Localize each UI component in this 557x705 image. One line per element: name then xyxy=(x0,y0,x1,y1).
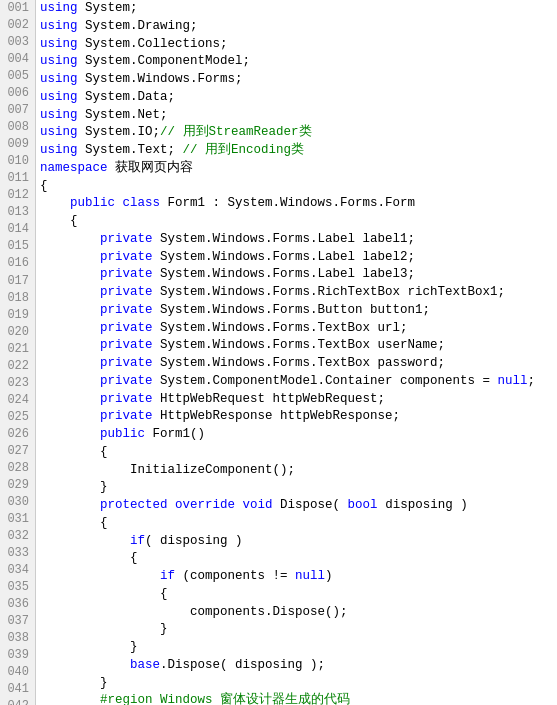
line-number: 037 xyxy=(6,613,29,630)
code-line: { xyxy=(40,444,553,462)
code-segment xyxy=(40,267,100,281)
code-segment: null xyxy=(498,374,528,388)
code-segment: private xyxy=(100,250,153,264)
code-segment: private xyxy=(100,392,153,406)
code-lines[interactable]: using System;using System.Drawing;using … xyxy=(36,0,557,705)
code-line: private System.Windows.Forms.TextBox use… xyxy=(40,337,553,355)
code-segment: using xyxy=(40,37,78,51)
code-line: private HttpWebResponse httpWebResponse; xyxy=(40,408,553,426)
line-number: 018 xyxy=(6,290,29,307)
code-line: InitializeComponent(); xyxy=(40,462,553,480)
line-number: 013 xyxy=(6,204,29,221)
code-segment: public xyxy=(70,196,115,210)
code-line: components.Dispose(); xyxy=(40,604,553,622)
code-segment: components.Dispose(); xyxy=(40,605,348,619)
code-segment: // 用到Encoding类 xyxy=(175,143,304,157)
code-segment: using xyxy=(40,90,78,104)
code-line: private System.ComponentModel.Container … xyxy=(40,373,553,391)
code-line: private System.Windows.Forms.Label label… xyxy=(40,249,553,267)
code-segment: using xyxy=(40,54,78,68)
code-segment: { xyxy=(40,445,108,459)
line-number: 015 xyxy=(6,238,29,255)
code-segment: void xyxy=(243,498,273,512)
line-number: 006 xyxy=(6,85,29,102)
code-line: { xyxy=(40,515,553,533)
code-segment: using xyxy=(40,72,78,86)
code-segment: private xyxy=(100,285,153,299)
code-line: private System.Windows.Forms.TextBox url… xyxy=(40,320,553,338)
line-number: 027 xyxy=(6,443,29,460)
line-number: 033 xyxy=(6,545,29,562)
code-segment: if xyxy=(160,569,175,583)
code-segment: private xyxy=(100,267,153,281)
code-segment: Form1 : System.Windows.Forms.Form xyxy=(160,196,415,210)
code-segment: base xyxy=(130,658,160,672)
code-segment: using xyxy=(40,143,78,157)
code-segment: null xyxy=(295,569,325,583)
code-segment: InitializeComponent(); xyxy=(40,463,295,477)
line-number: 028 xyxy=(6,460,29,477)
code-line: using System.Collections; xyxy=(40,36,553,54)
line-number: 032 xyxy=(6,528,29,545)
code-segment: } xyxy=(40,640,138,654)
code-line: public Form1() xyxy=(40,426,553,444)
code-line: if (components != null) xyxy=(40,568,553,586)
code-segment: System.Windows.Forms.Label label1; xyxy=(153,232,416,246)
code-segment: HttpWebResponse httpWebResponse; xyxy=(153,409,401,423)
code-line: { xyxy=(40,213,553,231)
code-segment: System.ComponentModel; xyxy=(78,54,251,68)
code-segment xyxy=(235,498,243,512)
code-segment xyxy=(40,250,100,264)
line-number: 019 xyxy=(6,307,29,324)
code-segment: } xyxy=(40,676,108,690)
code-line: namespace 获取网页内容 xyxy=(40,160,553,178)
code-line: } xyxy=(40,621,553,639)
code-segment xyxy=(40,409,100,423)
code-segment: private xyxy=(100,303,153,317)
code-segment: private xyxy=(100,356,153,370)
line-numbers: 0010020030040050060070080090100110120130… xyxy=(0,0,36,705)
code-segment: System.Text; xyxy=(78,143,176,157)
code-segment: System.Windows.Forms.TextBox url; xyxy=(153,321,408,335)
line-number: 007 xyxy=(6,102,29,119)
line-number: 001 xyxy=(6,0,29,17)
code-segment: namespace xyxy=(40,161,108,175)
code-line: if( disposing ) xyxy=(40,533,553,551)
code-segment: private xyxy=(100,232,153,246)
code-segment: .Dispose( disposing ); xyxy=(160,658,325,672)
code-segment: ( disposing ) xyxy=(145,534,243,548)
line-number: 022 xyxy=(6,358,29,375)
line-number: 004 xyxy=(6,51,29,68)
code-segment xyxy=(40,303,100,317)
code-segment: private xyxy=(100,338,153,352)
code-line: base.Dispose( disposing ); xyxy=(40,657,553,675)
line-number: 005 xyxy=(6,68,29,85)
code-segment: System.Windows.Forms.RichTextBox richTex… xyxy=(153,285,506,299)
code-segment xyxy=(40,427,100,441)
line-number: 008 xyxy=(6,119,29,136)
line-number: 017 xyxy=(6,273,29,290)
line-number: 042 xyxy=(6,698,29,705)
code-line: using System.Drawing; xyxy=(40,18,553,36)
code-segment: Form1() xyxy=(145,427,205,441)
code-segment: protected xyxy=(100,498,168,512)
code-segment: disposing ) xyxy=(378,498,468,512)
code-segment: System.Collections; xyxy=(78,37,228,51)
code-segment: System.Data; xyxy=(78,90,176,104)
code-segment xyxy=(40,196,70,210)
line-number: 012 xyxy=(6,187,29,204)
code-line: using System.Net; xyxy=(40,107,553,125)
line-number: 020 xyxy=(6,324,29,341)
code-line: { xyxy=(40,178,553,196)
line-number: 029 xyxy=(6,477,29,494)
code-line: { xyxy=(40,586,553,604)
line-number: 039 xyxy=(6,647,29,664)
code-line: using System.ComponentModel; xyxy=(40,53,553,71)
code-segment xyxy=(40,534,130,548)
code-segment xyxy=(40,356,100,370)
code-segment xyxy=(40,321,100,335)
code-line: private System.Windows.Forms.Label label… xyxy=(40,266,553,284)
code-line: #region Windows 窗体设计器生成的代码 xyxy=(40,692,553,705)
code-segment: { xyxy=(40,214,78,228)
code-segment: System.Windows.Forms.TextBox password; xyxy=(153,356,446,370)
